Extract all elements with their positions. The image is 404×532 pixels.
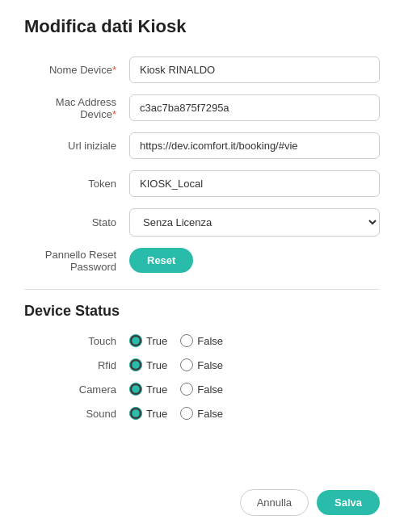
token-row: Token: [24, 170, 380, 197]
camera-false-radio[interactable]: [180, 383, 193, 396]
sound-false-radio[interactable]: [180, 407, 193, 420]
nome-device-row: Nome Device*: [24, 57, 380, 83]
rfid-true-radio[interactable]: [129, 358, 142, 371]
device-status-section: Device Status Touch True False Rfid: [24, 303, 380, 420]
touch-false-radio[interactable]: [180, 334, 193, 347]
token-input[interactable]: [129, 170, 380, 197]
salva-button[interactable]: Salva: [317, 490, 380, 515]
url-iniziale-row: Url iniziale: [24, 132, 380, 159]
camera-true-radio[interactable]: [129, 383, 142, 396]
pannello-reset-label: Pannello Reset Password: [24, 249, 129, 273]
sound-true-radio[interactable]: [129, 407, 142, 420]
mac-address-row: Mac Address Device*: [24, 94, 380, 121]
token-label: Token: [24, 178, 129, 190]
mac-address-input[interactable]: [129, 94, 380, 121]
touch-radio-group: True False: [129, 334, 223, 347]
rfid-label: Rfid: [24, 359, 129, 371]
sound-radio-group: True False: [129, 407, 223, 420]
sound-row: Sound True False: [24, 407, 380, 420]
annulla-button[interactable]: Annulla: [240, 489, 309, 516]
url-iniziale-input[interactable]: [129, 132, 380, 159]
touch-row: Touch True False: [24, 334, 380, 347]
sound-true-option[interactable]: True: [129, 407, 167, 420]
rfid-false-option[interactable]: False: [180, 358, 223, 371]
reset-password-row: Pannello Reset Password Reset: [24, 248, 380, 273]
section-divider: [24, 289, 380, 290]
mac-address-label: Mac Address Device*: [24, 96, 129, 120]
camera-true-option[interactable]: True: [129, 383, 167, 396]
touch-true-radio[interactable]: [129, 334, 142, 347]
footer-actions: Annulla Salva: [240, 489, 380, 516]
touch-label: Touch: [24, 335, 129, 347]
rfid-true-option[interactable]: True: [129, 358, 167, 371]
nome-device-label: Nome Device*: [24, 64, 129, 76]
stato-row: Stato Senza Licenza Con Licenza Attivo D…: [24, 208, 380, 237]
page-container: Modifica dati Kiosk Nome Device* Mac Add…: [0, 0, 404, 452]
rfid-radio-group: True False: [129, 358, 223, 371]
page-title: Modifica dati Kiosk: [24, 16, 380, 37]
nome-device-input[interactable]: [129, 57, 380, 83]
rfid-false-radio[interactable]: [180, 358, 193, 371]
camera-false-option[interactable]: False: [180, 383, 223, 396]
form-section: Nome Device* Mac Address Device* Url ini…: [24, 57, 380, 273]
sound-false-option[interactable]: False: [180, 407, 223, 420]
sound-label: Sound: [24, 408, 129, 420]
camera-radio-group: True False: [129, 383, 223, 396]
stato-label: Stato: [24, 216, 129, 228]
touch-true-option[interactable]: True: [129, 334, 167, 347]
url-iniziale-label: Url iniziale: [24, 140, 129, 152]
camera-row: Camera True False: [24, 383, 380, 396]
camera-label: Camera: [24, 383, 129, 396]
touch-false-option[interactable]: False: [180, 334, 223, 347]
device-status-title: Device Status: [24, 303, 380, 320]
rfid-row: Rfid True False: [24, 358, 380, 371]
stato-select[interactable]: Senza Licenza Con Licenza Attivo Disatti…: [129, 208, 380, 237]
reset-button[interactable]: Reset: [129, 248, 193, 273]
